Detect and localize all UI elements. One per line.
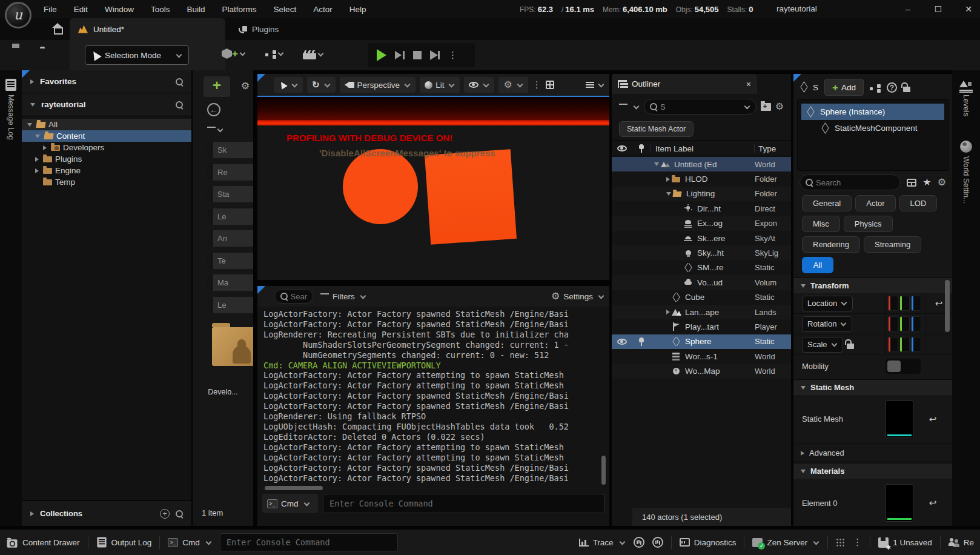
asset-filter-chip-0[interactable]: Sk (207, 142, 253, 158)
viewport-transform-dropdown[interactable] (274, 77, 303, 93)
play-button[interactable] (377, 49, 386, 61)
eject-button[interactable] (430, 50, 440, 60)
menu-edit[interactable]: Edit (74, 5, 88, 14)
viewport-scene[interactable]: PROFILING WITH DEBUG DEVICE ON! 'Disable… (257, 96, 609, 280)
expand-arrow-icon[interactable] (666, 177, 670, 182)
mobility-toggle[interactable] (886, 359, 921, 374)
console-cmd-dropdown[interactable]: >_ Cmd (262, 494, 318, 513)
search-icon[interactable] (176, 510, 183, 517)
expand-arrow-icon[interactable] (35, 157, 39, 162)
location-dropdown[interactable]: Location (802, 296, 853, 311)
derived-data-icon[interactable] (836, 538, 845, 547)
revision-control-button[interactable]: Re (949, 538, 974, 547)
asset-filter-chip-1[interactable]: Re (207, 164, 253, 181)
outliner-row-wors1[interactable]: Wor...s-1World (612, 349, 791, 364)
log-output[interactable]: LogActorFactory: Actor Factory spawned S… (263, 309, 600, 486)
category-chip-physics[interactable]: Physics (844, 216, 893, 232)
y-axis-value-box[interactable] (900, 316, 910, 331)
component-row-sphere-instance[interactable]: Sphere (Instance) (801, 104, 944, 120)
gear-icon[interactable]: ⚙ (241, 81, 250, 91)
project-header[interactable]: rayteutorial (22, 93, 191, 116)
outliner-row-exog[interactable]: Ex...ogExpon (612, 216, 791, 231)
chip-toggle[interactable] (207, 208, 213, 225)
chevron-down-icon[interactable] (634, 103, 640, 109)
details-search-box[interactable]: Search (800, 174, 901, 190)
gear-icon[interactable]: ⚙ (775, 102, 784, 111)
advanced-section-header[interactable]: Advanced (793, 445, 952, 462)
log-settings-dropdown[interactable]: ⚙ Settings (551, 291, 604, 301)
outliner-row-voud[interactable]: Vo...udVolum (612, 275, 791, 290)
outliner-row-womap[interactable]: Wo...MapWorld (612, 364, 791, 378)
diagnostics-button[interactable]: Diagnostics (680, 538, 737, 547)
tab-untitled[interactable]: Untitled* (70, 18, 225, 40)
add-asset-button[interactable]: + (204, 76, 230, 97)
menu-file[interactable]: File (44, 5, 57, 14)
asset-filter-chip-2[interactable]: Sta (207, 186, 253, 202)
chip-toggle[interactable] (207, 253, 213, 269)
details-scrollbar[interactable] (945, 280, 950, 332)
display-options-icon[interactable] (907, 179, 916, 187)
x-axis-value-box[interactable] (889, 296, 898, 311)
chip-toggle[interactable] (207, 230, 213, 247)
component-row-staticmeshcomponent[interactable]: StaticMeshComponent (798, 120, 948, 136)
outliner-row-skyht[interactable]: Sky...htSkyLig (612, 245, 791, 260)
frame-skip-button[interactable] (395, 50, 405, 61)
type-column-header[interactable]: Type (755, 144, 791, 153)
category-chip-misc[interactable]: Misc (802, 216, 840, 232)
rotation-dropdown[interactable]: Rotation (802, 316, 852, 332)
expand-arrow-icon[interactable] (35, 135, 40, 138)
asset-filter-chip-4[interactable]: An (207, 230, 253, 247)
pin-icon[interactable] (638, 337, 644, 346)
y-axis-value-box[interactable] (900, 296, 910, 311)
outliner-row-dirht[interactable]: Dir...htDirect (612, 201, 791, 216)
maximize-button[interactable]: ☐ (933, 4, 944, 14)
zen-server-dropdown[interactable]: Zen Server (752, 538, 819, 547)
z-axis-value-box[interactable] (912, 316, 921, 331)
static-mesh-thumbnail[interactable] (886, 400, 913, 438)
materials-section-header[interactable]: Materials (793, 463, 952, 479)
expand-arrow-icon[interactable] (43, 145, 47, 150)
menu-build[interactable]: Build (187, 5, 205, 14)
expand-arrow-icon[interactable] (30, 511, 34, 516)
console-command-input[interactable] (323, 494, 604, 513)
log-horizontal-scrollbar[interactable] (265, 486, 323, 490)
tree-item-engine[interactable]: Engine (22, 165, 191, 176)
category-chip-streaming[interactable]: Streaming (864, 236, 921, 253)
menu-actor[interactable]: Actor (313, 5, 333, 14)
menu-platforms[interactable]: Platforms (222, 5, 257, 14)
levels-icon[interactable] (959, 80, 973, 91)
outliner-row-untitleded[interactable]: Untitled (EdWorld (612, 157, 791, 171)
outliner-tab[interactable]: Outliner × (612, 74, 757, 94)
favorites-header[interactable]: Favorites (22, 70, 191, 93)
create-folder-icon[interactable] (761, 103, 771, 111)
tree-item-developers[interactable]: Developers (22, 142, 191, 153)
unsaved-button[interactable]: 1 Unsaved (878, 537, 932, 548)
help-icon[interactable]: ? (887, 82, 897, 93)
pin-cell[interactable] (632, 337, 651, 346)
reset-location-button[interactable]: ↩ (935, 298, 943, 309)
tree-item-plugins[interactable]: Plugins (22, 153, 191, 165)
stop-button[interactable] (413, 51, 422, 59)
levels-tab[interactable]: Levels (962, 95, 970, 116)
category-chip-rendering[interactable]: Rendering (802, 236, 860, 253)
x-axis-value-box[interactable] (889, 316, 898, 331)
pin-column-header[interactable] (632, 144, 651, 153)
world-settings-globe-icon[interactable] (960, 141, 972, 153)
search-icon[interactable] (176, 101, 183, 108)
viewport-menu-dropdown[interactable] (586, 82, 604, 88)
menu-window[interactable]: Window (105, 5, 134, 14)
z-axis-value-box[interactable] (912, 296, 921, 311)
category-chip-actor[interactable]: Actor (855, 195, 895, 211)
selection-mode-dropdown[interactable]: Selection Mode (85, 45, 189, 65)
element0-material-thumbnail[interactable] (886, 484, 913, 522)
close-icon[interactable]: × (746, 79, 751, 89)
expand-arrow-icon[interactable] (666, 192, 671, 196)
tree-item-content[interactable]: Content (22, 130, 191, 142)
asset-filter-chip-7[interactable]: Le (207, 297, 253, 313)
world-settings-tab[interactable]: World Settin... (962, 156, 970, 204)
message-log-tab[interactable]: Message Log (7, 95, 15, 140)
outliner-row-lanape[interactable]: Lan...apeLands (612, 305, 791, 319)
category-chip-lod[interactable]: LOD (899, 195, 938, 211)
visibility-column-header[interactable] (612, 145, 632, 151)
viewport-snap-dropdown[interactable]: ↻ (307, 77, 336, 93)
